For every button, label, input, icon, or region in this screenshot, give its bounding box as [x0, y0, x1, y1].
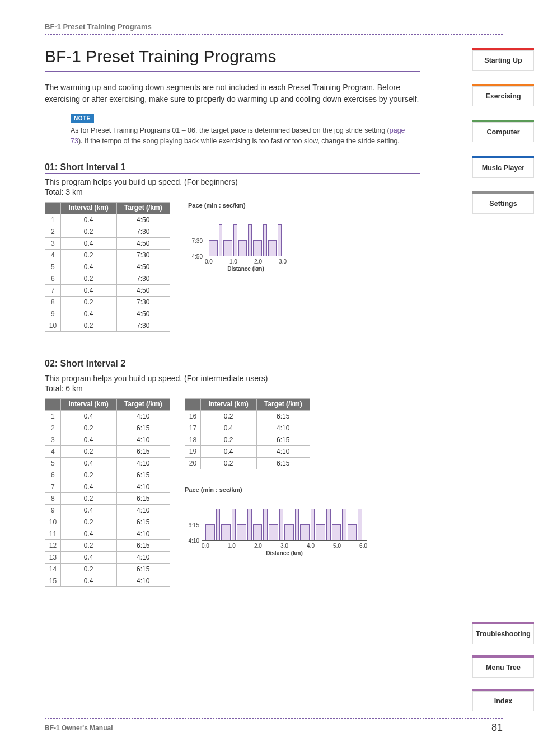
table-cell: 0.4	[60, 214, 116, 226]
chart2-title: Pace (min : sec/km)	[185, 486, 367, 493]
side-tab[interactable]: Menu Tree	[472, 658, 534, 678]
side-tab[interactable]: Index	[472, 691, 534, 711]
chart-bar	[237, 524, 246, 540]
chart-xtick: 0.0	[202, 543, 209, 549]
footer-page: 81	[491, 722, 503, 734]
table-cell: 0.4	[60, 458, 116, 469]
table-cell: 0.4	[60, 308, 116, 320]
chart-bar	[247, 509, 251, 540]
side-tab[interactable]: Starting Up	[472, 50, 534, 71]
table-cell: 4:10	[116, 528, 170, 540]
chart1-bars	[205, 211, 284, 256]
chart-xtick: 1.0	[229, 259, 237, 265]
table-cell: 6:15	[256, 458, 310, 469]
th-idx	[45, 203, 61, 214]
th-interval: Interval (km)	[60, 399, 116, 411]
table-cell: 6:15	[116, 564, 170, 575]
side-tab[interactable]: Music Player	[472, 158, 534, 178]
chart-bar	[300, 524, 310, 540]
table-row: 170.44:10	[185, 422, 310, 434]
chart-xtick: 6.0	[359, 543, 367, 549]
side-tab[interactable]: Settings	[472, 194, 534, 214]
table-row: 30.44:50	[45, 237, 170, 249]
th-interval: Interval (km)	[60, 203, 116, 214]
table-cell: 7:30	[116, 249, 170, 261]
footer: BF-1 Owner's Manual 81	[45, 718, 503, 734]
table-cell: 7	[45, 284, 61, 296]
side-tab[interactable]: Exercising	[472, 86, 534, 106]
chart-bar	[233, 224, 237, 256]
chart-bar	[209, 240, 218, 256]
note-text-b: ). If the tempo of the song playing back…	[78, 137, 400, 145]
th-idx	[45, 399, 61, 411]
table-cell: 6:15	[116, 446, 170, 458]
side-tab[interactable]: Computer	[472, 122, 534, 142]
table-cell: 4:50	[116, 308, 170, 320]
table-cell: 16	[185, 411, 201, 422]
table-row: 10.44:50	[45, 214, 170, 226]
table-cell: 18	[185, 434, 201, 446]
table-cell: 0.4	[60, 284, 116, 296]
program02-row: Interval (km) Target (/km) 10.44:1020.26…	[45, 398, 503, 587]
table-row: 90.44:10	[45, 505, 170, 516]
table-cell: 2	[45, 422, 61, 434]
program02-chart: Pace (min : sec/km) 6:15 4:10 0.01.02.03…	[185, 486, 367, 556]
footer-manual: BF-1 Owner's Manual	[45, 724, 113, 732]
table-cell: 0.2	[200, 411, 256, 422]
table-cell: 4:50	[116, 214, 170, 226]
chart-bar	[221, 524, 231, 540]
table-cell: 6:15	[116, 469, 170, 481]
table-row: 70.44:10	[45, 481, 170, 493]
table-cell: 0.2	[60, 446, 116, 458]
chart-bar	[311, 509, 315, 540]
table-cell: 0.2	[60, 226, 116, 237]
program01-row: Interval (km) Target (/km) 10.44:5020.27…	[45, 202, 503, 332]
chart2-xticks: 0.01.02.03.04.05.06.0	[202, 543, 367, 549]
table-cell: 7:30	[116, 226, 170, 237]
table-row: 30.44:10	[45, 434, 170, 446]
table-cell: 7	[45, 481, 61, 493]
th-idx	[185, 399, 201, 411]
chart-bar	[263, 224, 267, 256]
side-tab[interactable]: Troubleshooting	[472, 624, 534, 644]
table-row: 140.26:15	[45, 564, 170, 575]
table-cell: 1	[45, 214, 61, 226]
chart-bar	[279, 509, 283, 540]
chart-bar	[332, 524, 341, 540]
program02-tbody-b: 160.26:15170.44:10180.26:15190.44:10200.…	[185, 411, 310, 469]
chart2-bars	[202, 495, 364, 540]
program02-desc: This program helps you build up speed. (…	[45, 374, 503, 383]
table-cell: 4:50	[116, 284, 170, 296]
chart-bar	[342, 509, 346, 540]
table-row: 10.44:10	[45, 411, 170, 422]
table-cell: 6:15	[116, 493, 170, 505]
program01-chart: Pace (min : sec/km) 7:30 4:50 0.01.02.03…	[188, 202, 287, 272]
chart1-area	[205, 211, 287, 256]
program02-right-col: Interval (km) Target (/km) 160.26:15170.…	[185, 398, 367, 556]
table-cell: 10	[45, 516, 61, 528]
table-cell: 6:15	[116, 516, 170, 528]
chart-bar	[295, 509, 299, 540]
table-row: 50.44:10	[45, 458, 170, 469]
table-cell: 0.2	[60, 469, 116, 481]
table-row: 130.44:10	[45, 552, 170, 564]
chart-bar	[232, 509, 236, 540]
table-cell: 6:15	[256, 434, 310, 446]
table-cell: 20	[185, 458, 201, 469]
chart-xtick: 4.0	[307, 543, 315, 549]
table-cell: 0.2	[60, 296, 116, 308]
chart-bar	[269, 524, 278, 540]
table-cell: 14	[45, 564, 61, 575]
chart1-xlabel: Distance (km)	[205, 266, 287, 272]
chart-bar	[253, 524, 263, 540]
page-title: BF-1 Preset Training Programs	[45, 47, 503, 66]
running-head: BF-1 Preset Training Programs	[45, 22, 503, 31]
table-row: 80.27:30	[45, 296, 170, 308]
table-cell: 4:10	[116, 411, 170, 422]
chart-bar	[358, 509, 362, 540]
table-row: 90.44:50	[45, 308, 170, 320]
header-divider	[45, 34, 503, 35]
chart-bar	[223, 240, 232, 256]
table-cell: 4:10	[256, 446, 310, 458]
chart-bar	[205, 524, 215, 540]
